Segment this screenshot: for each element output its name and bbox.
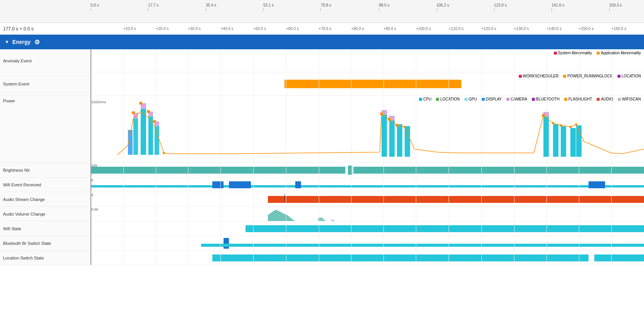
- grid-line: [156, 177, 156, 192]
- cursor-line: [91, 221, 91, 236]
- anomaly-legend-item: System Abnormality: [554, 51, 592, 55]
- grid-line: [449, 49, 449, 72]
- grid-line: [220, 72, 221, 95]
- power-chart-svg: [91, 95, 644, 162]
- wifi-burst-2: [229, 181, 245, 188]
- wifi-burst-5: [589, 181, 605, 188]
- grid-line: [546, 236, 547, 250]
- svg-point-26: [380, 112, 383, 115]
- system-event-legend-item: WORKSCHEDULER: [519, 74, 559, 78]
- svg-rect-14: [405, 126, 410, 157]
- audio-stream-bar-2: [467, 196, 644, 203]
- brightness-bar-3: [353, 167, 644, 174]
- svg-point-21: [132, 111, 135, 114]
- grid-line: [481, 236, 482, 250]
- grid-line: [416, 177, 416, 192]
- location-bar-1: [212, 254, 589, 261]
- audio-volume-label: Audio Volume Change: [0, 207, 91, 221]
- grid-line: [286, 236, 286, 250]
- system-event-row: System Event WORKSCHEDULERPOWER_RUNNINGL…: [0, 72, 644, 95]
- power-label: Power: [0, 95, 91, 162]
- legend-label: System Abnormality: [558, 51, 592, 55]
- bluetooth-bar: [201, 244, 644, 247]
- grid-line: [188, 251, 188, 265]
- anomaly-legend-item: Application Abnormality: [597, 51, 641, 55]
- grid-line: [253, 72, 254, 95]
- grid-line: [611, 236, 612, 250]
- grid-line: [253, 177, 254, 192]
- audio-stream-bar-1: [268, 196, 472, 203]
- grid-line: [286, 177, 286, 192]
- svg-point-23: [147, 110, 150, 113]
- system-event-legend-item: POWER_RUNNINGLOCK: [563, 74, 612, 78]
- svg-point-22: [139, 102, 142, 105]
- audio-stream-label: Audio Stream Change: [0, 192, 91, 206]
- bluetooth-label: Bluetooth Br Switch State: [0, 236, 91, 250]
- svg-rect-13: [397, 124, 402, 157]
- ruler-tick-label: 17.7 s: [148, 3, 158, 11]
- offset-tick-label: +30.0 s: [188, 27, 201, 31]
- grid-line: [188, 72, 188, 95]
- legend-dot: [554, 52, 557, 55]
- audio-stream-value: 4: [91, 193, 93, 197]
- grid-line: [123, 177, 124, 192]
- wifi-event-content: 5: [91, 177, 644, 192]
- offset-tick-label: +160.0 s: [611, 27, 626, 31]
- offset-tick-label: +60.0 s: [286, 27, 299, 31]
- grid-line: [416, 236, 416, 250]
- offset-tick-label: +150.0 s: [579, 27, 594, 31]
- grid-line: [253, 236, 254, 250]
- time-display: 177.0 s +: [3, 26, 22, 32]
- grid-line: [123, 236, 124, 250]
- grid-line: [188, 177, 188, 192]
- wifi-event-row: Wifi Event Received 5: [0, 177, 644, 192]
- legend-dot: [563, 75, 566, 78]
- ruler-label-area: [0, 0, 91, 23]
- offset-tick-label: +80.0 s: [351, 27, 364, 31]
- cursor-line: [91, 251, 91, 265]
- grid-line: [220, 192, 221, 206]
- grid-line: [188, 192, 188, 206]
- ruler-tick-label: 70.8 s: [321, 3, 331, 11]
- location-row: Location Switch State: [0, 251, 644, 265]
- wifi-state-label: Wifi State: [0, 221, 91, 236]
- offset-tick-label: +10.0 s: [123, 27, 136, 31]
- grid-line: [156, 49, 156, 72]
- svg-rect-19: [570, 128, 576, 157]
- brightness-bar-2: [348, 166, 352, 175]
- grid-line: [514, 236, 515, 250]
- grid-line: [514, 72, 515, 95]
- gear-icon[interactable]: ⚙: [34, 38, 40, 46]
- cursor-line: [91, 236, 91, 250]
- power-content: CPULOCATIONGPUDISPLAYCAMERABLUETOOTHFLAS…: [91, 95, 644, 162]
- offset-tick-label: +20.0 s: [156, 27, 168, 31]
- svg-point-32: [560, 124, 562, 127]
- grid-line: [156, 72, 156, 95]
- legend-label: POWER_RUNNINGLOCK: [567, 74, 612, 78]
- ruler-tick-label: 159.3 s: [609, 3, 622, 11]
- bluetooth-row: Bluetooth Br Switch State: [0, 236, 644, 251]
- svg-rect-15: [543, 117, 549, 157]
- ruler-tick-label: 106.2 s: [437, 3, 449, 11]
- wifi-burst-3: [245, 181, 251, 188]
- grid-line: [481, 72, 482, 95]
- ruler-tick-label: 35.4 s: [206, 3, 216, 11]
- chart-area: Anomaly Event System AbnormalityApplicat…: [0, 49, 644, 318]
- grid-line: [156, 221, 156, 236]
- anomaly-event-row: Anomaly Event System AbnormalityApplicat…: [0, 49, 644, 72]
- grid-line: [156, 192, 156, 206]
- legend-dot: [597, 52, 600, 55]
- ruler-tick-label: 141.6 s: [552, 3, 564, 11]
- ruler-tick-label: 0.0 s: [91, 3, 99, 11]
- grid-line: [546, 177, 547, 192]
- grid-line: [319, 49, 319, 72]
- section-header[interactable]: ▼ Energy ⚙: [0, 35, 644, 49]
- ruler-tick-label: 123.9 s: [494, 3, 507, 11]
- system-event-legend-item: LOCATION: [617, 74, 641, 78]
- wifi-base-bar: [91, 185, 644, 187]
- svg-rect-5: [148, 117, 153, 155]
- wifi-burst-4: [295, 181, 301, 188]
- collapse-arrow-icon[interactable]: ▼: [5, 39, 9, 45]
- wifi-event-label: Wifi Event Received: [0, 177, 91, 192]
- offset-tick-label: +50.0 s: [253, 27, 266, 31]
